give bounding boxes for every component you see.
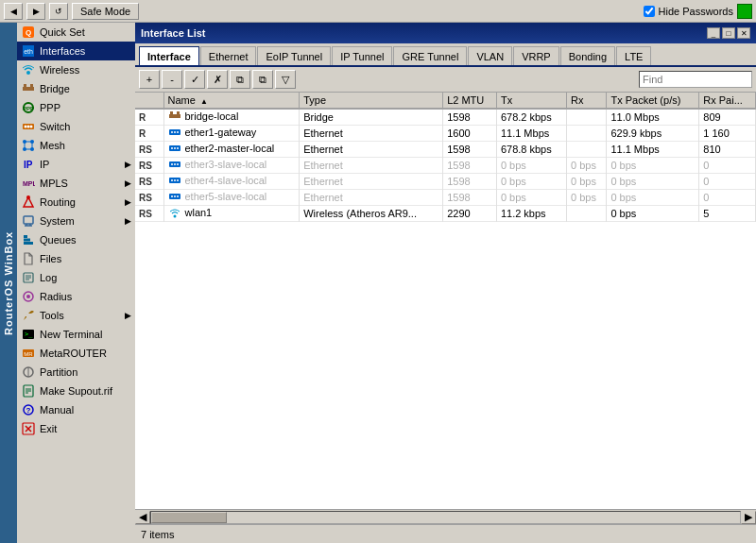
sidebar-item-routing[interactable]: Routing ▶ xyxy=(17,193,135,212)
row-name: ether2-master-local xyxy=(163,142,300,158)
row-flags: R xyxy=(135,109,163,126)
table-row[interactable]: R bridge-local Bridge 1598 678.2 kbps 11… xyxy=(135,109,756,126)
item-count: 7 items xyxy=(141,529,174,540)
enable-button[interactable]: ✓ xyxy=(184,70,205,89)
row-flags: RS xyxy=(135,142,163,158)
row-type: Ethernet xyxy=(300,142,443,158)
sidebar-item-bridge[interactable]: Bridge xyxy=(17,79,135,98)
scroll-track[interactable] xyxy=(150,511,741,524)
row-tx-packet: 0 bps xyxy=(607,190,699,206)
copy-button[interactable]: ⧉ xyxy=(230,70,250,89)
sidebar-item-interfaces[interactable]: eth Interfaces xyxy=(17,42,135,60)
col-l2mtu[interactable]: L2 MTU xyxy=(443,93,497,109)
sidebar-item-make-supout[interactable]: Make Supout.rif xyxy=(17,382,135,400)
scroll-left-button[interactable]: ◀ xyxy=(135,511,150,524)
interfaces-label: Interfaces xyxy=(40,45,85,57)
window-minimize-button[interactable]: _ xyxy=(707,27,720,39)
sidebar-item-wireless[interactable]: Wireless xyxy=(17,60,135,79)
tab-bonding[interactable]: Bonding xyxy=(560,46,615,65)
sidebar-item-partition[interactable]: Partition xyxy=(17,363,135,382)
table-row[interactable]: RS ether5-slave-local Ethernet 1598 0 bp… xyxy=(135,190,756,206)
sidebar-item-tools[interactable]: Tools ▶ xyxy=(17,306,135,325)
row-type: Ethernet xyxy=(300,174,443,190)
back-button[interactable]: ◀ xyxy=(4,3,23,20)
sidebar-item-exit[interactable]: Exit xyxy=(17,419,135,438)
table-row[interactable]: RS ether3-slave-local Ethernet 1598 0 bp… xyxy=(135,158,756,174)
refresh-button[interactable]: ↺ xyxy=(49,3,68,20)
switch-label: Switch xyxy=(40,121,70,132)
queues-icon xyxy=(21,232,36,247)
filter-button[interactable]: ▽ xyxy=(275,70,296,89)
col-flags[interactable] xyxy=(135,93,163,109)
col-name[interactable]: Name ▲ xyxy=(163,93,300,109)
routing-icon xyxy=(21,195,36,210)
search-input[interactable] xyxy=(639,71,752,88)
sidebar-item-system[interactable]: System ▶ xyxy=(17,212,135,230)
sidebar-item-files[interactable]: Files xyxy=(17,249,135,268)
row-name: wlan1 xyxy=(163,206,300,222)
scroll-thumb[interactable] xyxy=(151,512,227,523)
sidebar-item-mpls[interactable]: MPLS MPLS ▶ xyxy=(17,174,135,193)
tab-eoip-tunnel[interactable]: EoIP Tunnel xyxy=(257,46,331,65)
table-row[interactable]: RS ether2-master-local Ethernet 1598 678… xyxy=(135,142,756,158)
sidebar-item-radius[interactable]: Radius xyxy=(17,287,135,306)
svg-point-24 xyxy=(26,195,30,199)
ppp-icon: PPP xyxy=(21,100,36,115)
disable-button[interactable]: ✗ xyxy=(207,70,228,89)
paste-button[interactable]: ⧉ xyxy=(252,70,273,89)
col-rx-packet[interactable]: Rx Pai... xyxy=(699,93,756,109)
svg-rect-29 xyxy=(24,242,33,245)
svg-point-66 xyxy=(174,163,176,165)
sidebar-item-manual[interactable]: ? Manual xyxy=(17,400,135,419)
system-arrow: ▶ xyxy=(125,216,131,226)
make-supout-label: Make Supout.rif xyxy=(40,385,112,397)
row-type: Bridge xyxy=(300,109,443,126)
sidebar-item-queues[interactable]: Queues xyxy=(17,230,135,249)
hide-passwords-checkbox[interactable] xyxy=(644,6,655,17)
sidebar-item-ppp[interactable]: PPP PPP xyxy=(17,98,135,117)
col-rx[interactable]: Rx xyxy=(567,93,607,109)
ip-label: IP xyxy=(40,159,49,170)
svg-point-69 xyxy=(171,179,173,181)
tab-gre-tunnel[interactable]: GRE Tunnel xyxy=(393,46,467,65)
safe-mode-button[interactable]: Safe Mode xyxy=(72,3,139,20)
row-rx: 0 bps xyxy=(567,190,607,206)
svg-point-58 xyxy=(174,131,176,133)
table-row[interactable]: R ether1-gateway Ethernet 1600 11.1 Mbps… xyxy=(135,126,756,142)
table-row[interactable]: RS ether4-slave-local Ethernet 1598 0 bp… xyxy=(135,174,756,190)
row-rx-packet: 810 xyxy=(699,142,756,158)
remove-button[interactable]: - xyxy=(162,70,182,89)
sidebar-item-ip[interactable]: IP IP ▶ xyxy=(17,155,135,174)
horizontal-scrollbar[interactable]: ◀ ▶ xyxy=(135,509,756,524)
sidebar-item-log[interactable]: Log xyxy=(17,268,135,287)
sidebar: Q Quick Set eth Interfaces Wireless Brid… xyxy=(17,23,135,543)
sidebar-item-metarouter[interactable]: MR MetaROUTER xyxy=(17,344,135,363)
tab-lte[interactable]: LTE xyxy=(616,46,651,65)
scroll-right-button[interactable]: ▶ xyxy=(741,511,756,524)
window-close-button[interactable]: ✕ xyxy=(737,27,750,39)
col-type[interactable]: Type xyxy=(300,93,443,109)
sidebar-item-mesh[interactable]: Mesh xyxy=(17,136,135,155)
table-row[interactable]: RS wlan1 Wireless (Atheros AR9... 2290 1… xyxy=(135,206,756,222)
sidebar-item-switch[interactable]: Switch xyxy=(17,117,135,136)
tools-icon xyxy=(21,308,36,323)
sidebar-item-new-terminal[interactable]: >_ New Terminal xyxy=(17,325,135,344)
row-tx: 0 bps xyxy=(496,174,566,190)
row-rx xyxy=(567,206,607,222)
col-tx-packet[interactable]: Tx Packet (p/s) xyxy=(607,93,699,109)
window-maximize-button[interactable]: □ xyxy=(722,27,735,39)
tab-vrrp[interactable]: VRRP xyxy=(513,46,559,65)
forward-button[interactable]: ▶ xyxy=(26,3,45,20)
col-tx[interactable]: Tx xyxy=(496,93,566,109)
svg-text:eth: eth xyxy=(24,48,33,55)
svg-point-61 xyxy=(171,147,173,149)
metarouter-label: MetaROUTER xyxy=(40,348,107,359)
tab-ip-tunnel[interactable]: IP Tunnel xyxy=(332,46,392,65)
svg-point-73 xyxy=(171,195,173,197)
add-button[interactable]: + xyxy=(139,70,160,89)
interface-list-window: Interface List _ □ ✕ InterfaceEthernetEo… xyxy=(135,23,756,543)
tab-interface[interactable]: Interface xyxy=(139,46,199,65)
tab-vlan[interactable]: VLAN xyxy=(468,46,512,65)
tab-ethernet[interactable]: Ethernet xyxy=(200,46,257,65)
sidebar-item-quick-set[interactable]: Q Quick Set xyxy=(17,23,135,42)
